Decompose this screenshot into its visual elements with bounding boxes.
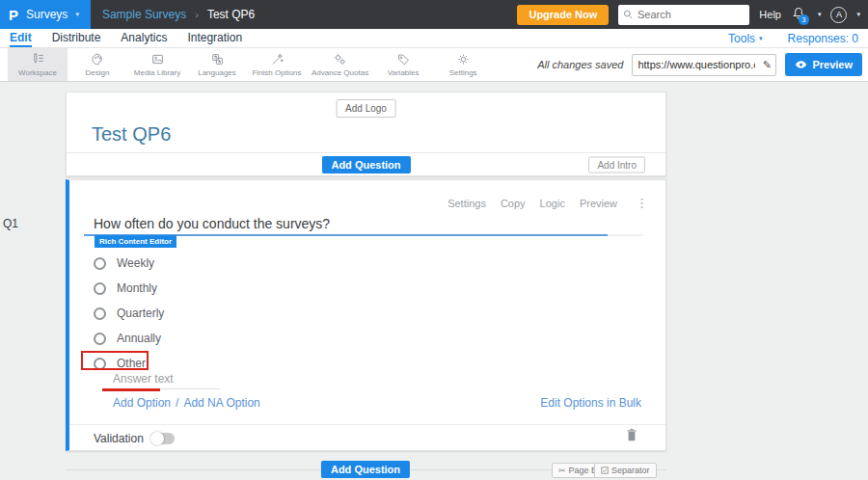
overflow-menu-icon[interactable]: ⋮ <box>636 196 648 210</box>
add-question-button-top[interactable]: Add Question <box>321 156 410 173</box>
upgrade-now-button[interactable]: Upgrade Now <box>517 5 609 25</box>
tab-distribute[interactable]: Distribute <box>52 29 101 47</box>
top-bar: P Surveys ▾ Sample Surveys › Test QP6 Up… <box>0 0 868 29</box>
breadcrumb-separator: › <box>195 9 199 20</box>
question-preview-link[interactable]: Preview <box>580 198 617 209</box>
chevron-down-icon[interactable]: ▾ <box>818 11 822 18</box>
surveys-menu[interactable]: P Surveys ▾ <box>0 0 91 29</box>
add-option-link[interactable]: Add Option <box>113 396 171 410</box>
survey-header-card: Add Logo Test QP6 Add Question Add Intro <box>66 92 666 176</box>
toolbar-item-advance-quotas[interactable]: Advance Quotas <box>307 48 373 81</box>
save-status: All changes saved <box>537 59 623 70</box>
breadcrumb: Sample Surveys › Test QP6 <box>102 8 255 21</box>
toolbar-item-languages[interactable]: Languages <box>187 48 247 81</box>
other-answer-field <box>111 369 220 389</box>
questionpro-logo: P <box>9 7 18 23</box>
survey-url-input[interactable] <box>633 59 758 70</box>
question-settings-link[interactable]: Settings <box>448 198 486 209</box>
add-logo-button[interactable]: Add Logo <box>336 99 396 118</box>
option-row-quarterly[interactable]: Quarterly <box>94 301 164 326</box>
responses-link[interactable]: Responses: 0 <box>788 32 858 45</box>
quotas-icon <box>333 52 347 67</box>
eye-icon <box>795 60 807 69</box>
validation-toggle[interactable] <box>151 433 175 444</box>
radio-icon[interactable] <box>94 307 106 320</box>
question-actions: Settings Copy Logic Preview ⋮ <box>448 196 648 210</box>
translate-icon <box>210 52 225 67</box>
toolbar-item-design[interactable]: Design <box>68 48 127 81</box>
tab-edit[interactable]: Edit <box>10 29 32 47</box>
option-row-monthly[interactable]: Monthly <box>94 276 164 301</box>
toolbar-right: All changes saved ✎ Preview <box>537 48 868 81</box>
other-answer-input[interactable] <box>111 371 220 389</box>
tools-menu[interactable]: Tools▾ <box>728 32 763 45</box>
option-row-weekly[interactable]: Weekly <box>94 251 164 276</box>
edit-options-in-bulk-link[interactable]: Edit Options in Bulk <box>540 396 641 410</box>
chevron-down-icon: ▾ <box>759 35 763 42</box>
rich-content-editor-badge[interactable]: Rich Content Editor <box>95 235 176 248</box>
toolbar-item-workspace[interactable]: Workspace <box>8 48 68 81</box>
option-row-annually[interactable]: Annually <box>94 326 164 351</box>
tab-analytics[interactable]: Analytics <box>121 29 167 47</box>
search-icon <box>623 9 634 20</box>
toggle-knob <box>150 432 164 445</box>
validation-label: Validation <box>94 432 144 445</box>
tab-integration[interactable]: Integration <box>187 29 242 47</box>
nav-tabs: Edit Distribute Analytics Integration <box>10 29 242 47</box>
survey-editor-page: P Surveys ▾ Sample Surveys › Test QP6 Up… <box>0 0 868 480</box>
question-number-label: Q1 <box>3 217 18 230</box>
notifications-button[interactable]: 3 <box>791 6 808 23</box>
topbar-right: Upgrade Now Help 3 ▾ A ▾ <box>517 5 868 25</box>
editor-toolbar: Workspace Design Media Library Languages… <box>0 48 868 82</box>
header-card-footer: Add Question Add Intro <box>67 152 665 175</box>
add-question-button-bottom[interactable]: Add Question <box>321 461 410 478</box>
preview-button[interactable]: Preview <box>785 53 862 76</box>
breadcrumb-parent[interactable]: Sample Surveys <box>102 8 186 21</box>
notification-count-badge: 3 <box>799 14 809 25</box>
image-icon <box>150 52 165 67</box>
wand-icon <box>270 52 285 67</box>
chevron-down-icon: ▾ <box>75 11 79 18</box>
separator-icon <box>601 467 609 474</box>
palette-icon <box>91 52 105 67</box>
breadcrumb-current: Test QP6 <box>207 8 255 21</box>
edit-url-pencil-icon[interactable]: ✎ <box>758 59 775 71</box>
scissors-icon: ✂ <box>558 466 566 475</box>
add-intro-button[interactable]: Add Intro <box>588 156 645 173</box>
nav-bar: Edit Distribute Analytics Integration To… <box>0 29 868 48</box>
tag-icon <box>396 52 411 67</box>
surveys-menu-label: Surveys <box>26 8 68 21</box>
delete-question-button[interactable] <box>626 428 637 445</box>
toolbar-item-media-library[interactable]: Media Library <box>127 48 187 81</box>
question-logic-link[interactable]: Logic <box>540 198 565 209</box>
toolbar-item-variables[interactable]: Variables <box>373 48 433 81</box>
radio-icon[interactable] <box>94 257 106 270</box>
link-separator: / <box>176 396 178 410</box>
avatar[interactable]: A <box>830 7 847 23</box>
survey-url-box: ✎ <box>632 54 776 76</box>
answer-options-list: Weekly Monthly Quarterly Annually Other <box>94 251 164 376</box>
question-copy-link[interactable]: Copy <box>501 198 526 209</box>
radio-icon[interactable] <box>94 333 106 345</box>
option-links: Add Option / Add NA Option <box>113 396 260 410</box>
search-box[interactable] <box>618 5 749 25</box>
survey-title[interactable]: Test QP6 <box>92 123 171 146</box>
survey-canvas: Q1 Add Logo Test QP6 Add Question Add In… <box>0 82 868 480</box>
workspace-icon <box>31 52 45 67</box>
question-text[interactable]: How often do you conduct the surveys? <box>94 216 330 231</box>
gear-icon <box>456 52 471 67</box>
search-input[interactable] <box>637 9 745 20</box>
radio-icon[interactable] <box>94 282 106 295</box>
radio-icon[interactable] <box>94 358 106 370</box>
add-na-option-link[interactable]: Add NA Option <box>183 396 259 410</box>
separator-button[interactable]: Separator <box>594 463 657 478</box>
nav-right: Tools▾ Responses: 0 <box>728 29 858 47</box>
toolbar-item-settings[interactable]: Settings <box>433 48 493 81</box>
trash-icon <box>626 428 637 441</box>
toolbar-item-finish-options[interactable]: Finish Options <box>247 48 307 81</box>
chevron-down-icon[interactable]: ▾ <box>856 11 860 18</box>
help-link[interactable]: Help <box>759 9 781 20</box>
question-footer-divider <box>69 424 665 425</box>
validation-row: Validation <box>94 432 175 445</box>
question-card: Settings Copy Logic Preview ⋮ How often … <box>66 179 666 451</box>
